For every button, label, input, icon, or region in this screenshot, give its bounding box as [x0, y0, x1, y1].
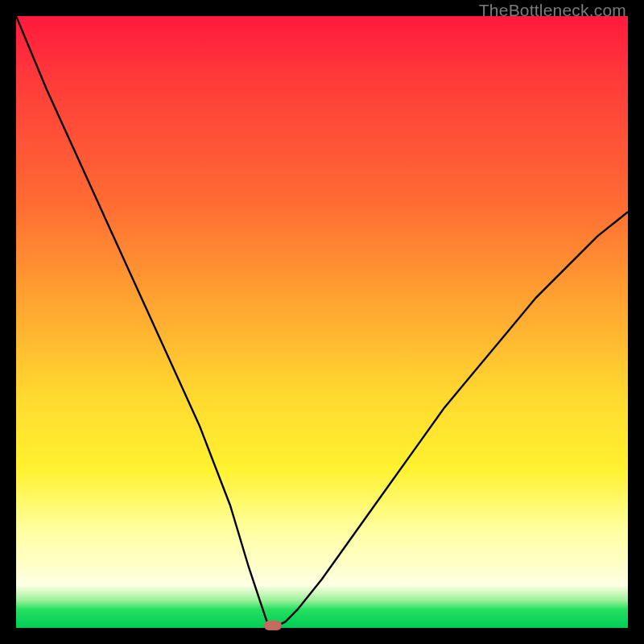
plot-area	[16, 16, 628, 628]
chart-frame: TheBottleneck.com	[0, 0, 644, 644]
bottleneck-curve	[16, 16, 628, 628]
watermark-text: TheBottleneck.com	[479, 1, 626, 20]
optimum-marker	[264, 621, 282, 630]
